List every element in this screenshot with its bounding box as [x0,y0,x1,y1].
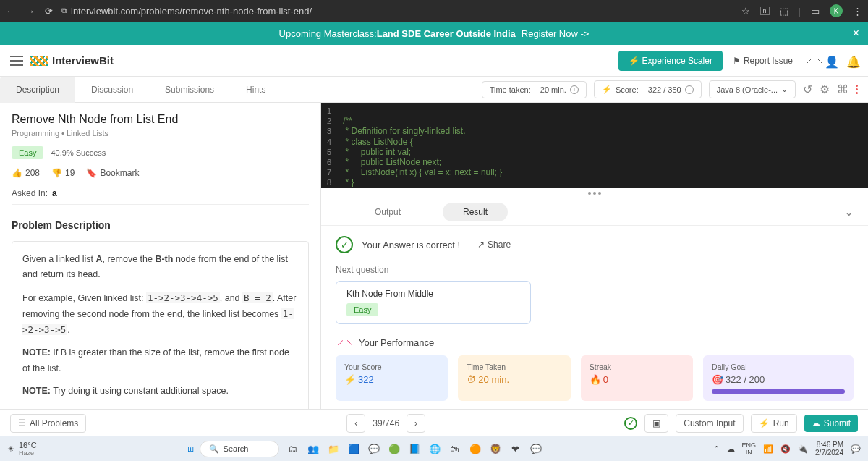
next-question-title: Kth Node From Middle [346,289,520,299]
banner-link[interactable]: Register Now -> [522,28,590,39]
problem-description: Given a linked list A, remove the B-th n… [12,241,309,409]
footer-bar: ☰ All Problems ‹ 39/746 › ✓ ▣ Custom Inp… [0,409,868,436]
brand-text: InterviewBit [52,54,114,67]
problem-counter: 39/746 [373,418,399,428]
check-icon: ✓ [336,236,353,253]
menu-icon[interactable]: ⋮ [853,6,862,17]
site-info-icon[interactable]: ⧉ [61,7,67,15]
top-nav: InterviewBit ⚡ Experience Scaler ⚑ Repor… [0,45,868,77]
line-gutter: 12345678 [321,103,337,188]
prev-button[interactable]: ‹ [346,414,365,433]
chevron-down-icon: ⌄ [781,85,788,94]
app-icon[interactable]: 💬 [366,441,382,457]
app-icon[interactable]: 👥 [305,441,321,457]
app-icon[interactable]: 📘 [407,441,422,457]
app-icon[interactable]: 📁 [326,441,341,457]
all-problems-button[interactable]: ☰ All Problems [10,414,86,433]
activity-icon[interactable]: ⟋⟍ [803,55,814,67]
app-icon[interactable]: 🛍 [447,441,463,457]
info-icon[interactable]: i [685,85,694,94]
success-rate: 40.9% Success [51,148,106,157]
code-content[interactable]: /** * Definition for singly-linked list.… [337,103,508,188]
tab-submissions[interactable]: Submissions [149,77,230,103]
subheader: Description Discussion Submissions Hints… [0,77,868,103]
time-card: Time Taken ⏱20 min. [458,355,570,401]
custom-input-button[interactable]: Custom Input [676,414,743,433]
reset-icon[interactable]: ↺ [803,83,812,96]
clock[interactable]: 8:46 PM2/7/2024 [815,441,843,457]
puzzle-icon[interactable]: ⬚ [780,6,788,17]
goal-card: Daily Goal 🎯322 / 200 [703,355,854,401]
code-editor[interactable]: 12345678 /** * Definition for singly-lin… [321,103,868,188]
share-button[interactable]: ↗ Share [477,240,511,250]
forward-icon[interactable]: → [25,6,35,17]
user-icon[interactable]: 👤 [825,55,836,67]
app-icon[interactable]: 🌐 [427,441,443,457]
keyboard-icon[interactable]: ⌘ [837,83,848,96]
experience-scaler-button[interactable]: ⚡ Experience Scaler [618,51,723,71]
tab-result[interactable]: Result [443,203,508,221]
notifications-icon[interactable]: 💬 [851,444,861,454]
weather-icon: ☀ [7,444,14,454]
tab-description[interactable]: Description [0,77,75,103]
report-issue-button[interactable]: ⚑ Report Issue [733,56,793,66]
problem-panel: Remove Nth Node from List End Programmin… [0,103,321,409]
problem-title: Remove Nth Node from List End [12,113,309,126]
back-icon[interactable]: ← [6,6,15,17]
next-question-card[interactable]: Kth Node From Middle Easy [336,281,531,324]
app-icon[interactable]: 🟢 [386,441,402,457]
bookmark-button[interactable]: 🔖 Bookmark [86,168,139,178]
reload-icon[interactable]: ⟳ [45,6,53,17]
tab-discussion[interactable]: Discussion [75,77,149,103]
score-card: Your Score ⚡322 [336,355,448,401]
upvote-button[interactable]: 👍 208 [12,168,40,178]
weather-widget[interactable]: ☀ 16°CHaze [7,441,37,457]
resize-handle[interactable] [321,188,868,198]
battery-icon[interactable]: 🔌 [798,444,808,454]
app-icon[interactable]: 🦁 [488,441,503,457]
app-icon[interactable]: 🟠 [467,441,483,457]
tab-hints[interactable]: Hints [230,77,281,103]
window-icon[interactable]: ▭ [811,6,820,17]
app-icon[interactable]: 💬 [528,441,544,457]
hamburger-icon[interactable] [10,56,23,66]
downvote-button[interactable]: 👎 19 [51,168,75,178]
app-icon[interactable]: ❤ [508,441,524,457]
banner-bold: Land SDE Career Outside India [377,28,516,39]
logo-icon [30,56,48,66]
url-bar[interactable]: ⧉ interviewbit.com/problems/remove-nth-n… [61,6,312,17]
star-icon[interactable]: ☆ [741,6,750,17]
taskbar-search[interactable]: 🔍 Search [200,441,279,457]
app-icon[interactable]: 🗂 [285,441,301,457]
banner-prefix: Upcoming Masterclass: [279,28,377,39]
language-select[interactable]: Java 8 (Oracle-... ⌄ [709,80,796,98]
volume-icon[interactable]: 🔇 [780,444,791,454]
console-button[interactable]: ▣ [644,414,668,433]
close-icon[interactable]: × [853,27,859,40]
run-button[interactable]: ⚡ Run [751,414,797,433]
company-icon[interactable]: a [52,188,57,198]
tray-icon[interactable]: ☁ [727,444,735,454]
brand-logo[interactable]: InterviewBit [30,54,114,67]
wifi-icon[interactable]: 📶 [763,444,773,454]
browser-bar: ← → ⟳ ⧉ interviewbit.com/problems/remove… [0,0,868,22]
start-icon[interactable]: ⊞ [187,444,194,454]
more-icon[interactable] [856,85,858,94]
profile-avatar[interactable]: K [830,4,843,17]
output-tabs: Output Result ⌄ [321,198,868,226]
submit-button[interactable]: ☁ Submit [804,415,858,432]
app-icon[interactable]: 🟦 [346,441,362,457]
next-button[interactable]: › [407,414,425,433]
difficulty-badge: Easy [12,146,43,159]
settings-icon[interactable]: ⚙ [820,83,830,96]
bell-icon[interactable]: 🔔 [846,55,858,67]
chevron-down-icon[interactable]: ⌄ [844,205,854,219]
tray-icon[interactable]: ⌃ [713,444,720,454]
tab-output[interactable]: Output [354,203,421,221]
announcement-banner: Upcoming Masterclass: Land SDE Career Ou… [0,22,868,45]
asked-in: Asked In: a [12,188,309,205]
status-check-icon: ✓ [624,417,637,430]
ext-icon[interactable]: n [760,7,770,15]
info-icon[interactable]: i [570,85,579,94]
url-text: interviewbit.com/problems/remove-nth-nod… [71,6,312,17]
